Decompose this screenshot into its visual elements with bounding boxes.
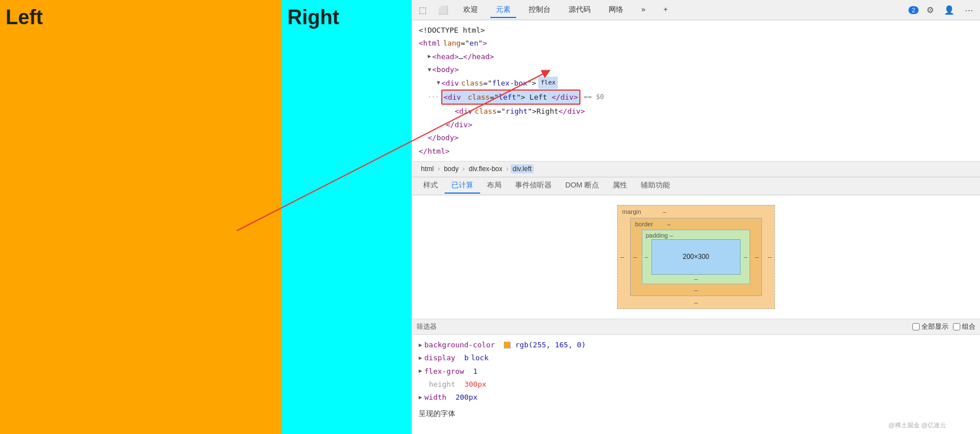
breadcrumb-left[interactable]: div.left [511, 164, 534, 173]
border-box: border – – – – padding – – – – 200×300 [630, 218, 762, 296]
sub-tab-layout[interactable]: 布局 [480, 178, 508, 194]
devtools-toolbar: ⬚ ⬜ 欢迎 元素 控制台 源代码 网络 » + 2 ⚙ 👤 ⋯ [412, 0, 980, 20]
margin-box: margin – – – – border – – – – [617, 205, 775, 309]
sub-tab-event-listeners[interactable]: 事件侦听器 [508, 178, 558, 194]
css-prop-flex-grow: ▶ flex-grow 1 [419, 365, 973, 378]
css-prop-height: height 300px [419, 378, 973, 391]
breadcrumb-body[interactable]: body [442, 164, 461, 173]
dom-line-closehtml: </html> [419, 145, 973, 158]
breadcrumb-html[interactable]: html [419, 164, 436, 173]
content-box: 200×300 [651, 239, 740, 275]
show-all-checkbox[interactable] [912, 323, 920, 330]
filter-show-all[interactable]: 全部显示 [912, 322, 948, 332]
user-icon[interactable]: 👤 [942, 4, 957, 16]
inspect-icon[interactable]: ⬚ [416, 4, 429, 16]
filter-combine[interactable]: 组合 [953, 322, 975, 332]
padding-box: padding – – – – 200×300 [642, 230, 750, 284]
sub-tab-properties[interactable]: 属性 [606, 178, 634, 194]
tab-elements[interactable]: 元素 [490, 2, 516, 18]
ellipsis-btn[interactable]: ··· [428, 92, 439, 103]
css-prop-background-color: ▶ background-color rgb(255, 165, 0) [419, 338, 973, 351]
filter-label: 筛选器 [416, 322, 437, 332]
bottom-label: 呈现的字体 [419, 409, 973, 419]
box-model: margin – – – – border – – – – [617, 205, 775, 309]
preview-panel: Left Right [0, 0, 411, 434]
css-prop-width: ▶ width 200px [419, 391, 973, 404]
sub-tab-accessibility[interactable]: 辅助功能 [634, 178, 677, 194]
dom-line-left[interactable]: ··· <div class="left"> Left </div> == $0 [419, 90, 973, 105]
tab-network[interactable]: 网络 [603, 2, 629, 18]
dom-line-doctype: <!DOCTYPE html> [419, 24, 973, 37]
dom-line-closediv: </div> [419, 118, 973, 131]
left-box: Left [0, 0, 282, 434]
tab-add[interactable]: + [658, 3, 673, 17]
breadcrumb-bar: html › body › div.flex-box › div.left [412, 162, 980, 177]
margin-label: margin [622, 208, 641, 215]
right-label: Right [287, 6, 339, 29]
right-box: Right [282, 0, 411, 434]
border-label: border [635, 221, 653, 227]
sub-tab-styles[interactable]: 样式 [416, 178, 445, 194]
filter-bar: 筛选器 全部显示 组合 [412, 319, 980, 335]
tab-more[interactable]: » [636, 3, 651, 17]
padding-label: padding – [646, 232, 673, 239]
error-badge: 2 [908, 6, 919, 14]
box-model-area: margin – – – – border – – – – [412, 195, 980, 319]
toolbar-icons: 2 ⚙ 👤 ⋯ [908, 4, 975, 16]
settings-icon[interactable]: ⚙ [924, 4, 936, 16]
sub-tab-computed[interactable]: 已计算 [445, 178, 480, 194]
dom-tree: <!DOCTYPE html> <html lang="en" > ▶ <hea… [412, 20, 980, 162]
devtools-panel: ⬚ ⬜ 欢迎 元素 控制台 源代码 网络 » + 2 ⚙ 👤 ⋯ <!DOCTY… [411, 0, 980, 434]
device-icon[interactable]: ⬜ [436, 4, 451, 16]
dom-line-head[interactable]: ▶ <head> … </head> [419, 50, 973, 63]
dom-line-closebody: </body> [419, 131, 973, 144]
content-size: 200×300 [682, 253, 709, 261]
css-properties: ▶ background-color rgb(255, 165, 0) ▶ di… [412, 335, 980, 434]
dom-line-right[interactable]: <div class="right"> Right </div> [419, 105, 973, 118]
tab-console[interactable]: 控制台 [523, 2, 556, 18]
color-swatch [504, 342, 511, 348]
tab-welcome[interactable]: 欢迎 [458, 2, 484, 18]
dom-line-html[interactable]: <html lang="en" > [419, 37, 973, 50]
tab-sources[interactable]: 源代码 [563, 2, 596, 18]
sub-tabs: 样式 已计算 布局 事件侦听器 DOM 断点 属性 辅助功能 [412, 177, 980, 195]
breadcrumb-flexbox[interactable]: div.flex-box [467, 164, 505, 173]
more-icon[interactable]: ⋯ [963, 4, 975, 16]
dom-line-body[interactable]: ▼ <body> [419, 63, 973, 76]
watermark: @稀土掘金 @亿速云 [889, 421, 946, 429]
sub-tab-dom-breakpoints[interactable]: DOM 断点 [558, 178, 606, 194]
css-prop-display: ▶ display block [419, 351, 973, 364]
dom-line-flexbox[interactable]: ▼ <div class="flex-box"> flex [419, 77, 973, 90]
combine-checkbox[interactable] [953, 323, 960, 330]
left-label: Left [6, 6, 43, 29]
